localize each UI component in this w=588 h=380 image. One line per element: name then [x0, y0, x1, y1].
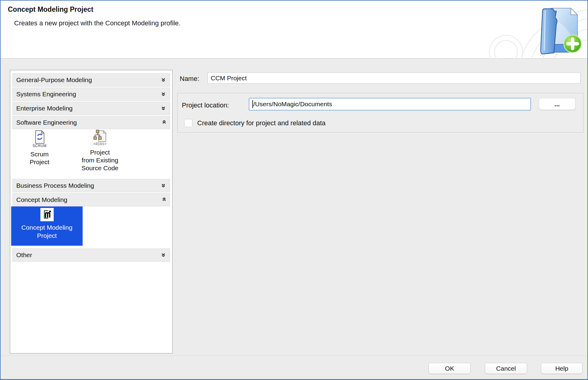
- project-location-label: Project location:: [182, 101, 229, 109]
- category-concept-modeling[interactable]: Concept Modeling »: [12, 193, 170, 206]
- item-project-from-existing-source-code[interactable]: <0101> Project from Existing Source Code: [66, 129, 134, 172]
- project-location-value: /Users/NoMagic/Documents: [253, 101, 332, 108]
- chevron-double-down-icon[interactable]: »: [160, 78, 167, 82]
- page-title: Concept Modeling Project: [8, 5, 93, 14]
- category-general-purpose-modeling[interactable]: General-Purpose Modeling »: [12, 73, 170, 87]
- chevron-double-up-icon[interactable]: »: [160, 120, 167, 124]
- dialog-footer: OK Cancel Help: [1, 356, 587, 379]
- browse-location-button[interactable]: ...: [539, 98, 575, 110]
- project-name-value: CCM Project: [211, 75, 247, 82]
- category-label: Software Engineering: [13, 119, 77, 126]
- page-subtitle: Creates a new project with the Concept M…: [14, 19, 181, 27]
- chevron-double-down-icon[interactable]: »: [160, 253, 167, 257]
- chevron-double-down-icon[interactable]: »: [160, 92, 167, 96]
- category-enterprise-modeling[interactable]: Enterprise Modeling »: [12, 102, 170, 115]
- category-label: Enterprise Modeling: [13, 105, 73, 112]
- name-label: Name:: [180, 75, 199, 83]
- category-label: Concept Modeling: [13, 196, 67, 203]
- scrum-project-icon: [33, 130, 46, 145]
- category-other[interactable]: Other »: [12, 248, 170, 262]
- category-business-process-modeling[interactable]: Business Process Modeling »: [12, 179, 170, 192]
- create-directory-checkbox[interactable]: [184, 119, 192, 127]
- category-label: Business Process Modeling: [13, 182, 94, 189]
- dialog-header: Concept Modeling Project Creates a new p…: [1, 1, 587, 59]
- source-code-project-icon: [93, 129, 107, 143]
- item-concept-modeling-project-selected[interactable]: Concept Modeling Project: [11, 206, 83, 246]
- item-label: Project from Existing Source Code: [66, 148, 134, 172]
- project-location-input[interactable]: /Users/NoMagic/Documents: [249, 98, 531, 110]
- project-location-groupbox: Project location: /Users/NoMagic/Documen…: [177, 93, 583, 133]
- item-label: Concept Modeling Project: [11, 223, 83, 240]
- item-label: Scrum Project: [17, 150, 62, 166]
- item-scrum-project[interactable]: SCRUM Scrum Project: [17, 130, 62, 166]
- source-code-icon-caption: <0101>: [66, 142, 134, 146]
- project-category-panel: General-Purpose Modeling » Systems Engin…: [10, 70, 172, 353]
- chevron-double-up-icon[interactable]: »: [160, 197, 167, 201]
- help-button[interactable]: Help: [541, 363, 583, 374]
- ok-button[interactable]: OK: [428, 363, 471, 374]
- new-project-folder-icon: [535, 2, 582, 56]
- create-directory-label: Create directory for project and related…: [197, 119, 326, 127]
- new-project-dialog: Concept Modeling Project Creates a new p…: [0, 0, 588, 380]
- category-software-engineering[interactable]: Software Engineering »: [12, 116, 170, 129]
- concept-modeling-project-icon: [40, 208, 54, 221]
- category-systems-engineering[interactable]: Systems Engineering »: [12, 88, 170, 101]
- category-label: General-Purpose Modeling: [13, 76, 92, 84]
- create-directory-row: Create directory for project and related…: [184, 119, 326, 127]
- category-label: Systems Engineering: [13, 91, 76, 98]
- text-caret: [252, 100, 253, 108]
- chevron-double-down-icon[interactable]: »: [160, 184, 167, 187]
- project-name-input[interactable]: CCM Project: [207, 72, 580, 84]
- cancel-button[interactable]: Cancel: [485, 363, 527, 374]
- chevron-double-down-icon[interactable]: »: [160, 106, 167, 110]
- scrum-icon-caption: SCRUM: [17, 144, 62, 148]
- category-label: Other: [13, 251, 32, 259]
